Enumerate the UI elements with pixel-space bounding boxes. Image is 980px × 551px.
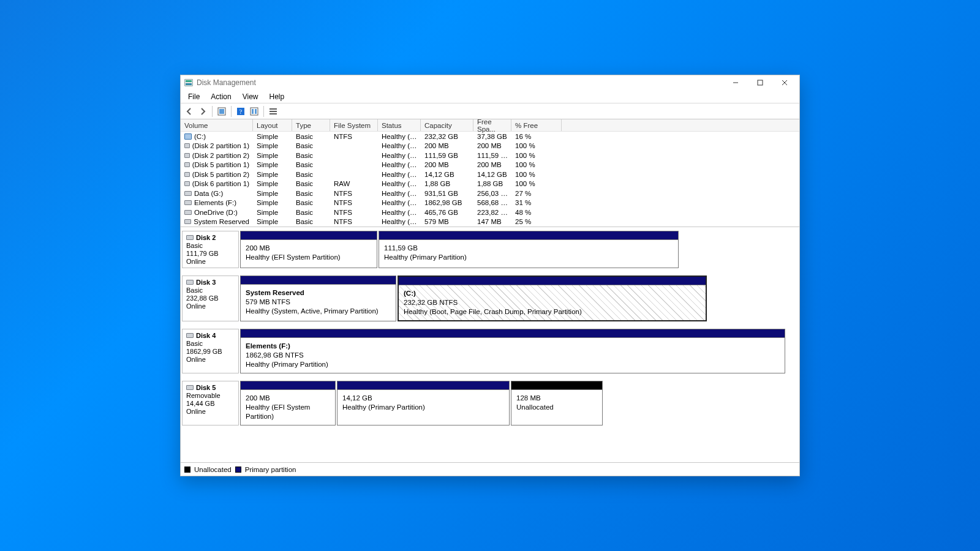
col-filesystem[interactable]: File System	[330, 119, 378, 131]
volume-row[interactable]: Elements (F:)SimpleBasicNTFSHealthy (P..…	[181, 198, 799, 208]
partition-line: Healthy (Primary Partition)	[246, 361, 328, 368]
volume-pctfree: 48 %	[511, 209, 562, 216]
disk-icon	[184, 162, 190, 167]
partition[interactable]: (C:)232,32 GB NTFSHealthy (Boot, Page Fi…	[398, 276, 707, 321]
disk-header[interactable]: Disk 3Basic232,88 GBOnline	[182, 276, 239, 321]
partition[interactable]: Elements (F:)1862,98 GB NTFSHealthy (Pri…	[240, 329, 785, 373]
titlebar: Disk Management	[181, 75, 799, 90]
partition-band	[511, 381, 602, 390]
partition[interactable]: 111,59 GBHealthy (Primary Partition)	[379, 231, 679, 268]
volume-pctfree: 100 %	[511, 180, 562, 187]
disk-state: Online	[186, 356, 235, 363]
settings-icon[interactable]	[248, 105, 260, 118]
volume-capacity: 579 MB	[421, 218, 473, 225]
disk-icon	[184, 143, 190, 148]
app-icon	[184, 79, 193, 86]
volume-pctfree: 100 %	[511, 152, 562, 159]
maximize-button[interactable]	[748, 76, 772, 89]
back-button[interactable]	[183, 105, 195, 118]
partition[interactable]: 200 MBHealthy (EFI System Partition)	[240, 381, 336, 425]
disk-state: Online	[186, 258, 235, 265]
col-pctfree[interactable]: % Free	[511, 119, 562, 131]
partition-line: Healthy (Primary Partition)	[384, 253, 467, 261]
partition-line: 200 MB	[246, 394, 270, 402]
volume-free: 1,88 GB	[473, 180, 511, 187]
partition[interactable]: 200 MBHealthy (EFI System Partition)	[240, 231, 377, 268]
partition[interactable]: 128 MBUnallocated	[511, 381, 603, 425]
volume-row[interactable]: (Disk 2 partition 1)SimpleBasicHealthy (…	[181, 141, 799, 151]
volume-row[interactable]: OneDrive (D:)SimpleBasicNTFSHealthy (P..…	[181, 208, 799, 217]
volume-capacity: 232,32 GB	[421, 133, 473, 140]
disk-capacity: 111,79 GB	[186, 250, 235, 257]
volume-capacity: 200 MB	[421, 142, 473, 149]
svg-rect-7	[255, 109, 257, 114]
col-layout[interactable]: Layout	[253, 119, 292, 131]
partition-band	[337, 381, 509, 390]
volume-capacity: 200 MB	[421, 161, 473, 168]
volume-free: 111,59 GB	[473, 152, 511, 159]
disk-state: Online	[186, 302, 235, 310]
partition-band	[241, 329, 785, 338]
partition-title: (C:)	[404, 290, 416, 297]
volume-pctfree: 27 %	[511, 190, 562, 197]
disk-header[interactable]: Disk 4Basic1862,99 GBOnline	[182, 329, 239, 373]
partition-line: 111,59 GB	[384, 244, 418, 252]
volume-row[interactable]: (C:)SimpleBasicNTFSHealthy (B...232,32 G…	[181, 132, 799, 141]
minimize-button[interactable]	[723, 76, 748, 89]
col-volume[interactable]: Volume	[181, 119, 253, 131]
partition-line: 128 MB	[516, 394, 541, 402]
menu-file[interactable]: File	[183, 91, 205, 102]
volume-free: 200 MB	[473, 161, 511, 168]
partition-band	[241, 276, 396, 285]
disk-capacity: 1862,99 GB	[186, 348, 235, 355]
col-capacity[interactable]: Capacity	[421, 119, 473, 131]
volume-row[interactable]: (Disk 5 partition 1)SimpleBasicHealthy (…	[181, 160, 799, 170]
volume-type: Basic	[292, 171, 330, 178]
volume-row[interactable]: (Disk 2 partition 2)SimpleBasicHealthy (…	[181, 151, 799, 160]
volume-row[interactable]: Data (G:)SimpleBasicNTFSHealthy (P...931…	[181, 189, 799, 198]
disk-name: Disk 2	[196, 234, 216, 241]
volume-free: 200 MB	[473, 142, 511, 149]
window-title: Disk Management	[197, 78, 256, 87]
svg-rect-0	[758, 80, 763, 85]
disk-header[interactable]: Disk 5Removable14,44 GBOnline	[182, 381, 239, 425]
volume-fs: NTFS	[330, 133, 378, 140]
disk-icon	[186, 235, 194, 240]
volume-fs: RAW	[330, 180, 378, 187]
forward-button[interactable]	[197, 105, 209, 118]
menu-help[interactable]: Help	[265, 91, 290, 102]
volume-status: Healthy (B...	[378, 133, 421, 140]
volume-free: 147 MB	[473, 218, 511, 225]
volume-status: Healthy (P...	[378, 171, 421, 178]
volume-free: 568,68 GB	[473, 199, 511, 206]
col-freespace[interactable]: Free Spa...	[473, 119, 511, 131]
disk-icon	[184, 191, 192, 196]
refresh-icon[interactable]	[216, 105, 228, 118]
col-status[interactable]: Status	[378, 119, 421, 131]
close-button[interactable]	[772, 76, 797, 89]
menu-view[interactable]: View	[238, 91, 263, 102]
volume-type: Basic	[292, 199, 330, 206]
toolbar: ?	[181, 103, 799, 119]
disk-icon	[186, 385, 194, 390]
menu-action[interactable]: Action	[206, 91, 236, 102]
partition[interactable]: 14,12 GBHealthy (Primary Partition)	[337, 381, 510, 425]
partition[interactable]: System Reserved579 MB NTFSHealthy (Syste…	[240, 276, 396, 321]
disk-sub: Basic	[186, 340, 235, 347]
volume-row[interactable]: (Disk 5 partition 2)SimpleBasicHealthy (…	[181, 170, 799, 179]
disk-icon	[186, 333, 194, 338]
disk-header[interactable]: Disk 2Basic111,79 GBOnline	[182, 231, 239, 268]
svg-rect-6	[252, 109, 254, 114]
partition-line: Healthy (Primary Partition)	[342, 403, 425, 411]
list-icon[interactable]	[267, 105, 279, 118]
col-type[interactable]: Type	[292, 119, 330, 131]
svg-rect-8	[270, 108, 277, 110]
legend-label-unallocated: Unallocated	[194, 466, 232, 473]
partition-line: 200 MB	[246, 244, 270, 252]
menubar: File Action View Help	[181, 90, 799, 103]
volume-name: (Disk 5 partition 1)	[192, 161, 249, 168]
volume-layout: Simple	[253, 152, 292, 159]
volume-row[interactable]: System ReservedSimpleBasicNTFSHealthy (S…	[181, 217, 799, 227]
help-icon[interactable]: ?	[235, 105, 247, 118]
volume-row[interactable]: (Disk 6 partition 1)SimpleBasicRAWHealth…	[181, 179, 799, 189]
